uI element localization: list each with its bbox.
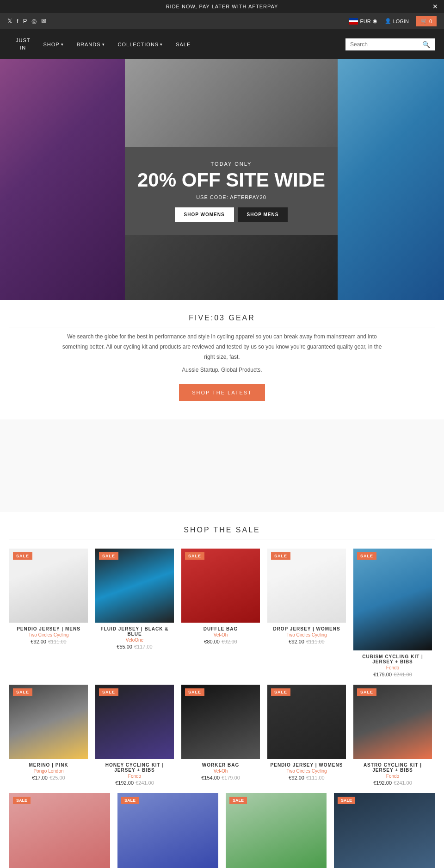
- product-price: €55.00€117.00: [95, 644, 174, 649]
- product-price: €179.00€241.00: [353, 672, 432, 677]
- today-only-label: TODAY ONLY: [211, 161, 252, 167]
- price-sale: €192.00: [115, 780, 134, 786]
- shop-mens-button[interactable]: SHOP MENS: [238, 207, 288, 222]
- bottom-teaser-card[interactable]: SALE: [226, 793, 327, 868]
- product-card[interactable]: SALEWORKER BAGVel-Oh€154.00€179.00: [181, 685, 260, 786]
- bottom-teaser-image: [334, 793, 435, 868]
- product-card[interactable]: SALEHONEY CYCLING KIT | JERSEY + BIBSFon…: [95, 685, 174, 786]
- product-price: €17.00€25.00: [9, 775, 88, 781]
- cart-button[interactable]: 🛒 0: [416, 16, 437, 26]
- product-card[interactable]: SALEPENDIO JERSEY | MENSTwo Circles Cycl…: [9, 549, 88, 677]
- banner-text: RIDE NOW, PAY LATER WITH AFTERPAY: [166, 4, 278, 9]
- price-original: €25.00: [49, 775, 65, 781]
- price-sale: €192.00: [373, 780, 392, 786]
- facebook-icon[interactable]: f: [17, 18, 18, 25]
- product-image-wrap: SALE: [9, 685, 88, 759]
- product-card[interactable]: SALEFLUID JERSEY | BLACK & BLUEVeloOne€5…: [95, 549, 174, 677]
- product-image: [9, 685, 88, 759]
- bottom-teaser-card[interactable]: SALE: [334, 793, 435, 868]
- product-image: [181, 549, 260, 623]
- product-name: CUBISM CYCLING KIT | JERSEY + BIBS: [353, 654, 432, 664]
- user-icon: 👤: [385, 18, 391, 24]
- bottom-teaser-card[interactable]: SALE: [9, 793, 110, 868]
- product-image: [95, 549, 174, 623]
- sale-badge: SALE: [229, 797, 247, 804]
- main-nav: JUST IN SHOP ▾ BRANDS ▾ COLLECTIONS ▾ SA…: [0, 29, 444, 59]
- bottom-teaser-card[interactable]: SALE: [117, 793, 218, 868]
- hero-promo: TODAY ONLY 20% OFF SITE WIDE USE CODE: A…: [125, 147, 338, 235]
- twitter-icon[interactable]: 𝕏: [7, 18, 12, 25]
- currency-selector[interactable]: EUR ◉: [349, 18, 377, 25]
- price-original: €241.00: [394, 780, 412, 786]
- product-name: HONEY CYCLING KIT | JERSEY + BIBS: [95, 762, 174, 773]
- about-description: We search the globe for the best in perf…: [60, 332, 384, 362]
- product-card[interactable]: SALEASTRO CYCLING KIT | JERSEY + BIBSFon…: [353, 685, 432, 786]
- price-sale: €80.00: [204, 639, 220, 644]
- price-original: €111.00: [306, 775, 325, 781]
- bottom-teaser-image: [9, 793, 110, 868]
- product-name: MERINO | PINK: [9, 762, 88, 768]
- product-name: DROP JERSEY | WOMENS: [267, 626, 346, 631]
- instagram-icon[interactable]: ◎: [31, 18, 37, 25]
- price-original: €179.00: [222, 775, 240, 781]
- price-original: €117.00: [134, 644, 153, 649]
- product-name: FLUID JERSEY | BLACK & BLUE: [95, 626, 174, 637]
- product-card[interactable]: SALEMERINO | PINKPongo London€17.00€25.0…: [9, 685, 88, 786]
- product-image-wrap: SALE: [95, 549, 174, 623]
- ad-space: [0, 419, 444, 512]
- product-card[interactable]: SALEDROP JERSEY | WOMENSTwo Circles Cycl…: [267, 549, 346, 677]
- price-original: €241.00: [394, 672, 412, 677]
- product-image-wrap: SALE: [9, 549, 88, 623]
- product-name: DUFFLE BAG: [181, 626, 260, 631]
- product-card[interactable]: SALECUBISM CYCLING KIT | JERSEY + BIBSFo…: [353, 549, 432, 677]
- sale-divider: [9, 539, 435, 539]
- sale-section: SHOP THE SALE SALEPENDIO JERSEY | MENSTw…: [0, 517, 444, 868]
- promo-code: USE CODE: AFTERPAY20: [196, 194, 266, 200]
- just-in-label: JUST: [16, 37, 31, 44]
- hero-section: TODAY ONLY 20% OFF SITE WIDE USE CODE: A…: [0, 59, 444, 300]
- login-link[interactable]: 👤 LOGIN: [385, 18, 409, 24]
- shop-womens-button[interactable]: SHOP WOMENS: [175, 207, 234, 222]
- product-image: [267, 549, 346, 623]
- search-bar[interactable]: 🔍: [345, 38, 435, 50]
- pinterest-icon[interactable]: P: [23, 18, 27, 25]
- price-sale: €179.00: [373, 672, 392, 677]
- social-right: EUR ◉ 👤 LOGIN 🛒 0: [349, 16, 437, 26]
- nav-collections[interactable]: COLLECTIONS ▾: [111, 33, 170, 56]
- product-card[interactable]: SALEDUFFLE BAGVel-Oh€80.00€92.00: [181, 549, 260, 677]
- nav-shop[interactable]: SHOP ▾: [37, 33, 70, 56]
- search-input[interactable]: [350, 41, 419, 48]
- product-grid-row2: SALEMERINO | PINKPongo London€17.00€25.0…: [9, 685, 435, 786]
- price-sale: €154.00: [201, 775, 220, 781]
- sale-badge: SALE: [357, 552, 376, 560]
- price-original: €111.00: [306, 639, 325, 644]
- collections-chevron-icon: ▾: [160, 42, 163, 47]
- sale-badge: SALE: [99, 552, 118, 560]
- sale-badge: SALE: [338, 797, 355, 804]
- currency-dot: ◉: [373, 18, 377, 24]
- just-in-label-2: IN: [20, 45, 26, 51]
- product-image-wrap: SALE: [181, 685, 260, 759]
- close-banner-button[interactable]: ✕: [432, 3, 438, 10]
- product-image-wrap: SALE: [95, 685, 174, 759]
- product-image-wrap: SALE: [267, 685, 346, 759]
- nav-just-in[interactable]: JUST IN: [9, 29, 37, 59]
- nav-links: JUST IN SHOP ▾ BRANDS ▾ COLLECTIONS ▾ SA…: [9, 29, 197, 59]
- nav-brands[interactable]: BRANDS ▾: [70, 33, 111, 56]
- sale-badge: SALE: [13, 688, 32, 696]
- product-brand: Vel-Oh: [181, 632, 260, 637]
- shop-latest-button[interactable]: SHOP THE LATEST: [179, 384, 265, 401]
- product-brand: Two Circles Cycling: [267, 768, 346, 774]
- social-bar: 𝕏 f P ◎ ✉ EUR ◉ 👤 LOGIN 🛒 0: [0, 13, 444, 29]
- product-image-wrap: SALE: [353, 685, 432, 759]
- product-name: ASTRO CYCLING KIT | JERSEY + BIBS: [353, 762, 432, 773]
- sale-title: SHOP THE SALE: [9, 526, 435, 534]
- search-icon[interactable]: 🔍: [422, 41, 430, 48]
- product-price: €80.00€92.00: [181, 639, 260, 644]
- sale-badge: SALE: [271, 688, 290, 696]
- price-original: €92.00: [222, 639, 237, 644]
- nav-sale[interactable]: SALE: [169, 33, 197, 56]
- product-card[interactable]: SALEPENDIO JERSEY | WOMENSTwo Circles Cy…: [267, 685, 346, 786]
- currency-label: EUR: [360, 19, 370, 24]
- email-icon[interactable]: ✉: [41, 18, 46, 25]
